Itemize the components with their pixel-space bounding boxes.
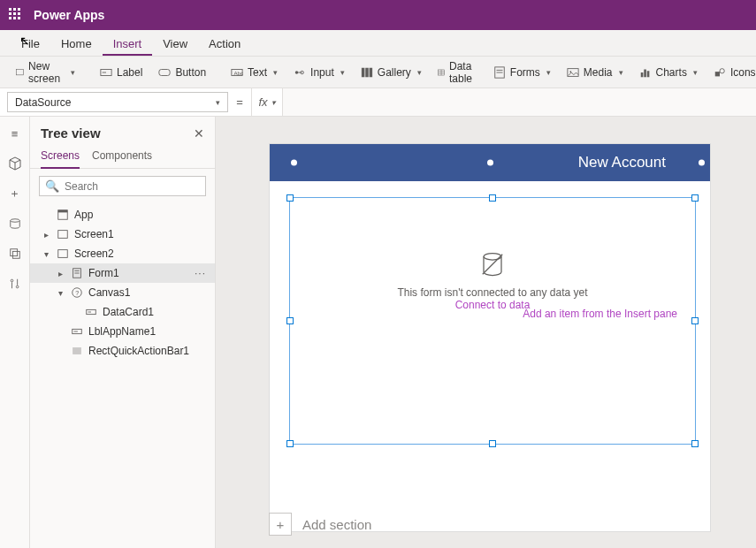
form-icon bbox=[493, 66, 506, 79]
canvas-header[interactable]: New Account bbox=[270, 144, 710, 181]
node-label: Form1 bbox=[88, 267, 119, 279]
svg-point-29 bbox=[11, 279, 13, 282]
tree-search[interactable]: 🔍 bbox=[39, 176, 206, 196]
menu-insert[interactable]: Insert bbox=[103, 32, 153, 56]
fx-button[interactable]: fx▾ bbox=[251, 88, 283, 116]
tree-node-datacard1[interactable]: DataCard1 bbox=[30, 302, 215, 322]
chevron-right-icon[interactable]: ▸ bbox=[55, 269, 65, 278]
chevron-down-icon: ▾ bbox=[417, 68, 422, 77]
tree-view-rail-icon[interactable]: ≡ bbox=[7, 126, 23, 141]
tree-node-rectquickactionbar1[interactable]: RectQuickActionBar1 bbox=[30, 341, 215, 361]
forms-button[interactable]: Forms▾ bbox=[486, 62, 558, 83]
datacard-icon bbox=[85, 306, 97, 318]
screen-icon bbox=[57, 247, 69, 260]
chevron-down-icon[interactable]: ▾ bbox=[41, 249, 51, 259]
gallery-button[interactable]: Gallery▾ bbox=[354, 62, 429, 83]
resize-handle[interactable] bbox=[286, 317, 294, 324]
header-title: New Account bbox=[578, 154, 666, 171]
text-button[interactable]: Abc Text▾ bbox=[224, 62, 285, 83]
connect-data-link[interactable]: Connect to data bbox=[455, 299, 531, 311]
svg-point-25 bbox=[720, 68, 724, 72]
equals-sign: = bbox=[228, 88, 251, 116]
add-rail-icon[interactable]: ＋ bbox=[7, 186, 23, 202]
svg-rect-28 bbox=[12, 251, 19, 258]
chevron-down-icon: ▾ bbox=[271, 98, 276, 107]
resize-handle[interactable] bbox=[286, 194, 294, 202]
advanced-rail-icon[interactable] bbox=[7, 276, 23, 292]
app-icon bbox=[57, 209, 69, 221]
media-button[interactable]: Media▾ bbox=[560, 62, 630, 83]
media-icon bbox=[567, 66, 579, 79]
svg-rect-9 bbox=[362, 67, 365, 77]
data-rail-icon[interactable] bbox=[7, 216, 23, 232]
menu-file[interactable]: File bbox=[11, 32, 50, 56]
resize-handle[interactable] bbox=[286, 440, 294, 447]
selection-dot bbox=[291, 160, 297, 166]
menu-action[interactable]: Action bbox=[198, 32, 251, 56]
plus-icon[interactable]: + bbox=[269, 513, 292, 536]
chevron-down-icon: ▾ bbox=[546, 68, 551, 77]
form-body[interactable]: This form isn't connected to any data ye… bbox=[289, 197, 696, 445]
tree-node-screen1[interactable]: ▸Screen1 bbox=[30, 225, 215, 244]
tree-node-app[interactable]: App bbox=[30, 205, 215, 225]
input-button[interactable]: Input▾ bbox=[286, 62, 352, 83]
media-btn-label: Media bbox=[584, 66, 613, 79]
tree-node-lblappname1[interactable]: LblAppName1 bbox=[30, 322, 215, 341]
icons-button[interactable]: Icons▾ bbox=[706, 62, 756, 83]
svg-rect-23 bbox=[646, 71, 649, 77]
rect-icon bbox=[71, 345, 83, 357]
resize-handle[interactable] bbox=[691, 440, 699, 447]
svg-rect-27 bbox=[10, 249, 17, 256]
insert-rail-icon[interactable] bbox=[7, 156, 23, 171]
app-title: Power Apps bbox=[34, 8, 104, 22]
menu-view[interactable]: View bbox=[152, 32, 198, 56]
app-canvas[interactable]: New Account This form isn't connected to… bbox=[269, 143, 711, 532]
media-rail-icon[interactable] bbox=[7, 246, 23, 262]
datatable-btn-label: Data table bbox=[449, 60, 477, 85]
search-input[interactable] bbox=[65, 180, 200, 193]
screen-icon bbox=[57, 228, 69, 240]
resize-handle[interactable] bbox=[691, 194, 699, 202]
tree-view-tabs: Screens Components bbox=[30, 144, 215, 169]
property-selector[interactable]: DataSource ▾ bbox=[7, 92, 228, 112]
waffle-icon[interactable] bbox=[9, 8, 23, 22]
resize-handle[interactable] bbox=[489, 440, 496, 447]
close-icon[interactable]: ✕ bbox=[194, 126, 204, 141]
resize-handle[interactable] bbox=[691, 317, 699, 324]
more-icon[interactable]: ··· bbox=[195, 267, 206, 279]
svg-point-26 bbox=[10, 219, 19, 223]
button-icon bbox=[158, 66, 171, 79]
icons-btn-label: Icons bbox=[730, 66, 756, 79]
tree-node-form1[interactable]: ▸Form1··· bbox=[30, 263, 215, 283]
charts-button[interactable]: Charts▾ bbox=[632, 62, 705, 83]
formula-input[interactable] bbox=[283, 88, 756, 116]
chevron-down-icon: ▾ bbox=[693, 68, 698, 77]
button-button[interactable]: Button bbox=[151, 62, 213, 83]
node-label: Canvas1 bbox=[88, 286, 130, 299]
tab-screens[interactable]: Screens bbox=[41, 144, 80, 169]
label-button[interactable]: Label bbox=[93, 62, 149, 83]
chevron-down-icon[interactable]: ▾ bbox=[55, 288, 65, 298]
canvas-area[interactable]: New Account This form isn't connected to… bbox=[216, 117, 756, 548]
svg-rect-35 bbox=[58, 231, 68, 239]
insert-pane-hint-link[interactable]: Add an item from the Insert pane bbox=[523, 308, 677, 320]
datatable-button[interactable]: Data table bbox=[431, 56, 485, 89]
tree-node-screen2[interactable]: ▾Screen2 bbox=[30, 244, 215, 263]
new-screen-button[interactable]: New screen▾ bbox=[9, 56, 82, 89]
label-icon bbox=[71, 325, 83, 338]
add-section-row[interactable]: + Add section bbox=[269, 513, 371, 536]
charts-btn-label: Charts bbox=[656, 66, 687, 79]
svg-rect-34 bbox=[58, 210, 68, 213]
chevron-down-icon: ▾ bbox=[340, 68, 345, 77]
form-icon bbox=[71, 267, 83, 279]
menu-home[interactable]: Home bbox=[50, 32, 103, 56]
gallery-icon bbox=[361, 66, 373, 79]
resize-handle[interactable] bbox=[489, 194, 496, 202]
chevron-right-icon[interactable]: ▸ bbox=[41, 230, 51, 240]
tab-components[interactable]: Components bbox=[92, 144, 152, 168]
property-name: DataSource bbox=[15, 96, 71, 109]
chevron-down-icon: ▾ bbox=[619, 68, 623, 77]
svg-rect-0 bbox=[17, 69, 24, 74]
tree-node-canvas1[interactable]: ▾?Canvas1 bbox=[30, 283, 215, 302]
svg-line-48 bbox=[483, 255, 503, 275]
